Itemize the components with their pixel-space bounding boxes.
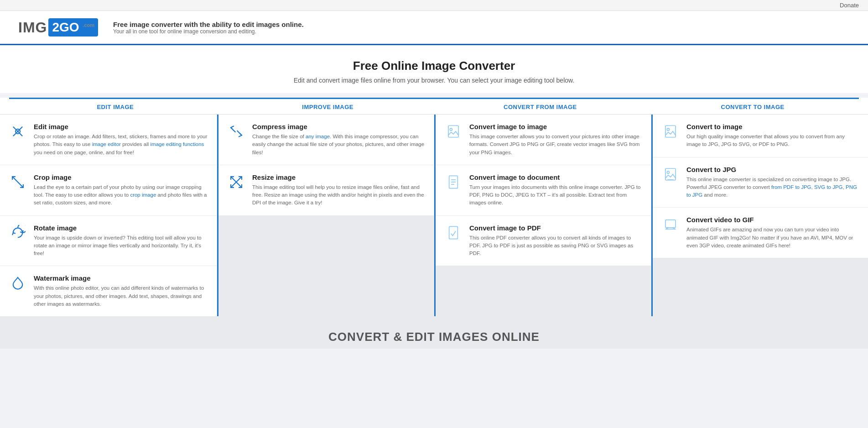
rotate-image-title: Rotate image xyxy=(34,224,208,232)
compress-image-card[interactable]: Compress image Change the file size of a… xyxy=(218,115,434,165)
edit-image-content: Edit image Crop or rotate an image. Add … xyxy=(34,123,208,157)
crop-image-desc: Lead the eye to a certain part of your p… xyxy=(34,183,208,207)
convert-to-image-card[interactable]: Convert to image Our high quality image … xyxy=(653,115,868,157)
convert-image-to-doc-content: Convert image to document Turn your imag… xyxy=(469,173,642,207)
compress-icon xyxy=(228,123,245,140)
svg-point-18 xyxy=(667,171,669,173)
logo-img-text: IMG xyxy=(18,19,47,36)
crop-icon xyxy=(9,173,26,191)
svg-line-3 xyxy=(12,177,23,188)
convert-image-to-pdf-title: Convert image to PDF xyxy=(469,224,642,232)
svg-rect-20 xyxy=(665,220,676,228)
watermark-image-content: Watermark image With this online photo e… xyxy=(34,274,208,308)
header-tagline: Free image converter with the ability to… xyxy=(113,21,304,35)
crop-image-title: Crop image xyxy=(34,173,208,181)
column-headers: EDIT IMAGE IMPROVE IMAGE CONVERT FROM IM… xyxy=(0,98,868,114)
rotate-image-card[interactable]: Rotate image Your image is upside down o… xyxy=(0,216,217,266)
hero-subtitle: Edit and convert image files online from… xyxy=(9,77,859,84)
edit-image-column: Edit image Crop or rotate an image. Add … xyxy=(0,115,217,316)
compress-image-title: Compress image xyxy=(252,123,425,130)
logo[interactable]: IMG 2GO .com xyxy=(18,18,99,37)
svg-rect-17 xyxy=(665,168,676,180)
compress-image-desc: Change the file size of any image. With … xyxy=(252,133,425,157)
convert-image-to-pdf-card[interactable]: Convert image to PDF This online PDF con… xyxy=(436,216,651,266)
header-main-tagline: Free image converter with the ability to… xyxy=(113,21,304,28)
resize-image-content: Resize image This image editing tool wil… xyxy=(252,173,425,207)
donate-link[interactable]: Donate xyxy=(840,2,859,9)
convert-image-to-image-desc: This image converter allows you to conve… xyxy=(469,133,642,157)
convert-to-column: Convert to image Our high quality image … xyxy=(651,115,868,316)
svg-rect-8 xyxy=(448,125,458,137)
resize-image-title: Resize image xyxy=(252,173,425,181)
hero-title: Free Online Image Converter xyxy=(9,59,859,73)
svg-point-9 xyxy=(450,128,452,130)
watermark-icon xyxy=(9,274,26,292)
main-grid: Edit image Crop or rotate an image. Add … xyxy=(0,114,868,316)
convert-video-to-gif-card[interactable]: Convert video to GIF Animated GIFs are a… xyxy=(653,208,868,258)
svg-point-16 xyxy=(667,128,669,130)
col-header-convert-from: CONVERT FROM IMAGE xyxy=(434,98,647,114)
improve-image-column: Compress image Change the file size of a… xyxy=(217,115,434,316)
watermark-image-desc: With this online photo editor, you can a… xyxy=(34,284,208,308)
convert-image-to-image-title: Convert image to image xyxy=(469,123,642,130)
convert-to-jpg-title: Convert to JPG xyxy=(686,166,859,173)
convert-doc-icon xyxy=(445,173,462,191)
footer-section: CONVERT & EDIT IMAGES ONLINE xyxy=(0,316,868,349)
to-jpg-icon xyxy=(662,166,679,183)
col-header-edit: EDIT IMAGE xyxy=(9,98,222,114)
svg-rect-14 xyxy=(449,226,458,239)
footer-title: CONVERT & EDIT IMAGES ONLINE xyxy=(9,330,859,344)
header-sub-tagline: Your all in one tool for online image co… xyxy=(113,28,304,35)
crop-image-content: Crop image Lead the eye to a certain par… xyxy=(34,173,208,207)
watermark-image-title: Watermark image xyxy=(34,274,208,282)
convert-to-jpg-content: Convert to JPG This online image convert… xyxy=(686,166,859,199)
col-header-improve: IMPROVE IMAGE xyxy=(222,98,434,114)
top-bar: Donate xyxy=(0,0,868,11)
convert-video-to-gif-title: Convert video to GIF xyxy=(686,216,859,224)
convert-image-to-doc-title: Convert image to document xyxy=(469,173,642,181)
convert-image-to-pdf-content: Convert image to PDF This online PDF con… xyxy=(469,224,642,258)
convert-pdf-icon xyxy=(445,224,462,241)
convert-to-jpg-desc: This online image converter is specializ… xyxy=(686,176,859,199)
convert-video-to-gif-desc: Animated GIFs are amazing and now you ca… xyxy=(686,226,859,250)
hero-section: Free Online Image Converter Edit and con… xyxy=(0,45,868,93)
col-header-convert-to: CONVERT TO IMAGE xyxy=(646,98,859,114)
edit-image-title: Edit image xyxy=(34,123,208,130)
svg-line-5 xyxy=(237,130,242,135)
convert-to-image-desc: Our high quality image converter that al… xyxy=(686,133,859,149)
edit-image-card[interactable]: Edit image Crop or rotate an image. Add … xyxy=(0,115,217,165)
svg-line-4 xyxy=(231,128,235,132)
rotate-image-content: Rotate image Your image is upside down o… xyxy=(34,224,208,258)
edit-image-desc: Crop or rotate an image. Add filters, te… xyxy=(34,133,208,157)
convert-image-to-pdf-desc: This online PDF converter allows you to … xyxy=(469,234,642,258)
convert-image-to-image-card[interactable]: Convert image to image This image conver… xyxy=(436,115,651,165)
svg-rect-15 xyxy=(665,125,676,137)
to-gif-icon xyxy=(662,216,679,233)
to-image-icon xyxy=(662,123,679,140)
convert-to-image-content: Convert to image Our high quality image … xyxy=(686,123,859,149)
watermark-image-card[interactable]: Watermark image With this online photo e… xyxy=(0,266,217,316)
header: IMG 2GO .com Free image converter with t… xyxy=(0,11,868,45)
convert-image-icon xyxy=(445,123,462,140)
resize-image-desc: This image editing tool will help you to… xyxy=(252,183,425,207)
resize-icon xyxy=(228,173,245,191)
convert-image-to-doc-card[interactable]: Convert image to document Turn your imag… xyxy=(436,165,651,215)
rotate-icon xyxy=(9,224,26,241)
compress-image-content: Compress image Change the file size of a… xyxy=(252,123,425,157)
edit-icon xyxy=(9,123,26,140)
convert-image-to-image-content: Convert image to image This image conver… xyxy=(469,123,642,157)
convert-video-to-gif-content: Convert video to GIF Animated GIFs are a… xyxy=(686,216,859,250)
logo-2go: 2GO .com xyxy=(48,18,98,37)
rotate-image-desc: Your image is upside down or inverted? T… xyxy=(34,234,208,258)
resize-image-card[interactable]: Resize image This image editing tool wil… xyxy=(218,165,434,215)
convert-image-to-doc-desc: Turn your images into documents with thi… xyxy=(469,183,642,207)
convert-to-jpg-card[interactable]: Convert to JPG This online image convert… xyxy=(653,157,868,208)
convert-from-column: Convert image to image This image conver… xyxy=(434,115,651,316)
logo-com: .com xyxy=(83,22,94,28)
crop-image-card[interactable]: Crop image Lead the eye to a certain par… xyxy=(0,165,217,215)
convert-to-image-title: Convert to image xyxy=(686,123,859,130)
